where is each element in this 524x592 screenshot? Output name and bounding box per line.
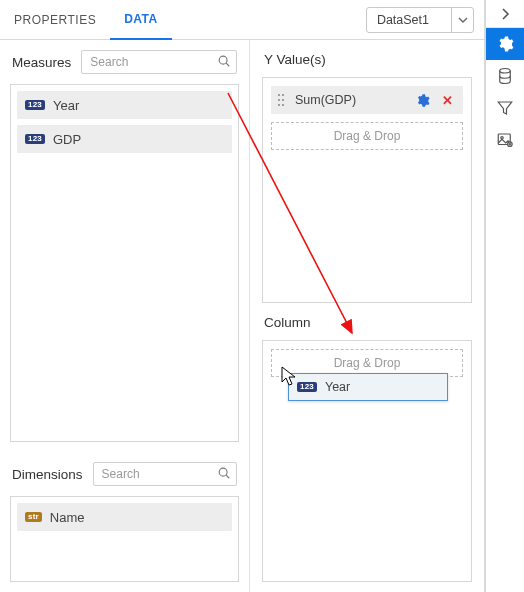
search-icon — [217, 54, 231, 71]
gear-icon[interactable] — [415, 93, 430, 108]
column-dropbox[interactable]: Drag & Drop — [262, 340, 472, 582]
dataset-selected-label: DataSet1 — [367, 13, 451, 27]
measures-title: Measures — [12, 55, 71, 70]
measures-search-input[interactable] — [81, 50, 237, 74]
tab-data[interactable]: DATA — [110, 0, 172, 40]
svg-line-3 — [226, 475, 229, 478]
remove-icon[interactable]: ✕ — [438, 93, 457, 108]
measures-list: 123 Year 123 GDP — [10, 84, 239, 442]
header-bar: PROPERTIES DATA DataSet1 — [0, 0, 484, 40]
field-label: Name — [50, 510, 85, 525]
svg-point-6 — [278, 99, 280, 101]
yvalues-dropzone[interactable]: Drag & Drop — [271, 122, 463, 150]
column-dropzone[interactable]: Drag & Drop — [271, 349, 463, 377]
svg-point-8 — [278, 104, 280, 106]
svg-point-4 — [278, 94, 280, 96]
dimensions-list: str Name — [10, 496, 239, 582]
chevron-down-icon — [451, 8, 473, 32]
grip-icon — [277, 93, 287, 107]
right-toolbar — [485, 0, 524, 592]
tab-properties[interactable]: PROPERTIES — [0, 0, 110, 39]
data-source-button[interactable] — [486, 60, 524, 92]
svg-point-10 — [500, 69, 511, 74]
svg-point-2 — [219, 468, 227, 476]
search-icon — [217, 466, 231, 483]
svg-point-5 — [282, 94, 284, 96]
string-badge-icon: str — [25, 512, 42, 522]
yvalues-dropbox[interactable]: Sum(GDP) ✕ Drag & Drop — [262, 77, 472, 303]
chevron-right-icon[interactable] — [486, 0, 524, 28]
column-title: Column — [250, 303, 484, 336]
numeric-badge-icon: 123 — [25, 134, 45, 144]
yvalue-pill[interactable]: Sum(GDP) ✕ — [271, 86, 463, 114]
pill-label: Sum(GDP) — [295, 93, 407, 107]
field-label: Year — [53, 98, 79, 113]
measure-field[interactable]: 123 Year — [17, 91, 232, 119]
numeric-badge-icon: 123 — [25, 100, 45, 110]
svg-point-9 — [282, 104, 284, 106]
svg-point-0 — [219, 56, 227, 64]
settings-gear-button[interactable] — [486, 28, 524, 60]
dimension-field[interactable]: str Name — [17, 503, 232, 531]
measure-field[interactable]: 123 GDP — [17, 125, 232, 153]
dimensions-search-input[interactable] — [93, 462, 237, 486]
dimensions-title: Dimensions — [12, 467, 83, 482]
yvalues-title: Y Value(s) — [250, 40, 484, 73]
filter-button[interactable] — [486, 92, 524, 124]
svg-line-1 — [226, 63, 229, 66]
svg-point-7 — [282, 99, 284, 101]
image-settings-button[interactable] — [486, 124, 524, 156]
field-label: GDP — [53, 132, 81, 147]
dataset-selector[interactable]: DataSet1 — [366, 7, 474, 33]
